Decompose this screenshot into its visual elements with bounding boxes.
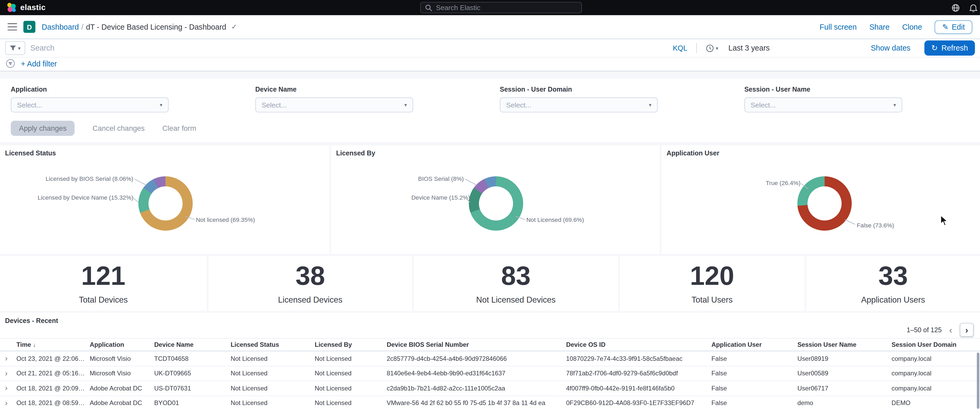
chevron-down-icon: ▾ [160,102,162,107]
column-header[interactable]: Licensed Status [231,341,315,348]
table-cell: 78f71ab2-f706-4df0-9279-6a5f6c9d0bdf [566,370,711,377]
table-cell: False [711,399,798,406]
pagination-prev-icon[interactable]: ‹ [948,325,953,334]
table-cell: Not Licensed [315,385,387,391]
kql-toggle[interactable]: KQL [673,44,687,52]
menu-hamburger-icon[interactable] [8,23,17,30]
clear-form-button[interactable]: Clear form [162,124,196,132]
table-row[interactable]: › Oct 21, 2021 @ 05:16:55.293Microsoft V… [0,366,980,381]
table-row[interactable]: › Oct 18, 2021 @ 08:59:09.975Adobe Acrob… [0,396,980,409]
column-header[interactable]: Device Name [154,341,231,348]
licensed-by-donut[interactable] [469,176,523,231]
alerts-bell-icon[interactable] [969,3,977,12]
expand-row-chevron-icon[interactable]: › [5,369,16,377]
metric-panel[interactable]: 33 Application Users [807,256,980,311]
device-name-select[interactable]: Select... ▾ [255,97,413,113]
chevron-down-icon: ▾ [649,102,651,107]
session-user-name-select[interactable]: Select... ▾ [745,97,902,113]
table-body: › Oct 23, 2021 @ 22:06:35.715Microsoft V… [0,351,980,409]
apply-changes-button[interactable]: Apply changes [11,121,75,136]
table-row[interactable]: › Oct 23, 2021 @ 22:06:35.715Microsoft V… [0,351,980,366]
session-user-domain-select[interactable]: Select... ▾ [500,97,658,113]
table-cell: 8140e6e4-9eb4-4ebb-9b90-ed31f64c1637 [387,370,566,377]
expand-row-chevron-icon[interactable]: › [5,398,16,407]
time-range-label[interactable]: Last 3 years [729,44,770,53]
search-icon [425,4,432,11]
table-cell: Not Licensed [231,355,315,362]
slice-label: Not Licensed (69.6%) [526,216,584,223]
metric-value: 120 [690,263,734,289]
edit-button[interactable]: ✎ Edit [935,20,973,34]
expand-row-chevron-icon[interactable]: › [5,384,16,392]
metric-label: Total Users [692,294,732,304]
metric-panel[interactable]: 121 Total Devices [0,256,207,311]
full-screen-button[interactable]: Full screen [819,22,857,31]
add-filter-button[interactable]: + Add filter [21,59,57,68]
global-search-input[interactable]: Search Elastic [420,2,582,13]
cancel-changes-button[interactable]: Cancel changes [93,124,145,132]
table-row[interactable]: › Oct 18, 2021 @ 20:09:47.624Adobe Acrob… [0,381,980,396]
elastic-brand[interactable]: elastic [6,3,46,13]
table-cell: User00589 [797,370,892,377]
metric-panel[interactable]: 83 Not Licensed Devices [414,256,618,311]
application-select[interactable]: Select... ▾ [11,97,169,113]
table-cell: Oct 18, 2021 @ 20:09:47.624 [16,385,90,391]
table-scrollbar[interactable] [977,353,980,409]
chevron-down-icon: ▾ [18,45,21,51]
metric-panel[interactable]: 38 Licensed Devices [208,256,412,311]
metric-panel[interactable]: 120 Total Users [620,256,804,311]
column-header[interactable]: Licensed By [315,341,387,348]
refresh-icon: ↻ [931,44,938,53]
expand-row-chevron-icon[interactable]: › [5,354,16,363]
column-header[interactable]: Time↓ [16,341,90,348]
sort-desc-icon: ↓ [33,342,36,348]
table-cell: 4f007ff9-0fb0-442e-9191-fe8f146fa5b0 [566,385,711,391]
application-user-donut[interactable] [797,176,852,231]
panel-title: Licensed Status [5,149,56,157]
control-label: Session - User Domain [500,85,658,93]
metric-value: 38 [296,263,325,289]
breadcrumb-dashboard-link[interactable]: Dashboard [42,22,79,31]
control-label: Device Name [255,85,413,93]
table-cell: TCDT04658 [154,355,231,362]
column-header[interactable]: Application User [711,341,798,348]
metric-label: Licensed Devices [278,294,342,304]
app-navbar: D Dashboard / dT - Device Based Licensin… [0,15,980,39]
table-header: Time↓ApplicationDevice NameLicensed Stat… [0,338,980,351]
panel-title: Devices - Recent [5,317,58,324]
column-header[interactable]: Device BIOS Serial Number [387,341,566,348]
table-cell: VMware-56 4d 2f 62 b0 55 f0 75-d5 1b 4f … [387,399,566,406]
filter-circle-icon[interactable] [6,59,15,68]
globe-icon[interactable] [952,3,960,12]
table-cell: User06717 [797,385,892,391]
charts-row: Licensed Status Licensed by BIOS Serial … [0,145,980,254]
column-header[interactable]: Application [90,341,154,348]
show-dates-button[interactable]: Show dates [871,44,910,53]
brand-text: elastic [20,3,46,12]
metrics-row: 121 Total Devices 38 Licensed Devices 83… [0,256,980,311]
column-header[interactable]: Session User Name [797,341,892,348]
column-header[interactable]: Device OS ID [566,341,711,348]
slice-label: BIOS Serial (8%) [418,175,464,182]
clone-button[interactable]: Clone [902,22,922,31]
refresh-button[interactable]: ↻ Refresh [924,40,975,56]
time-picker-button[interactable]: ▾ [706,44,719,52]
metric-value: 33 [878,263,908,289]
metric-value: 83 [501,263,531,289]
share-button[interactable]: Share [869,22,889,31]
filter-row: + Add filter [0,57,980,72]
table-cell: 2c857779-d4cb-4254-a4b6-90d972846066 [387,355,566,362]
clock-icon [706,44,714,52]
licensed-status-donut[interactable] [138,176,193,231]
control-session-user-name: Session - User Name Select... ▾ [745,85,902,113]
table-cell: Oct 21, 2021 @ 05:16:55.293 [16,370,90,377]
devices-recent-panel: Devices - Recent 1–50 of 125 ‹ › Time↓Ap… [0,313,980,409]
chevron-down-icon: ▾ [893,102,896,107]
pagination-next-icon[interactable]: › [960,323,974,337]
dashboard-space-badge[interactable]: D [23,21,35,33]
saved-query-menu-button[interactable]: ▾ [5,41,25,55]
metric-label: Application Users [861,294,925,304]
query-search-input[interactable]: Search [30,44,668,53]
column-header[interactable]: Session User Domain [892,341,980,348]
chevron-down-icon: ▾ [404,102,407,107]
